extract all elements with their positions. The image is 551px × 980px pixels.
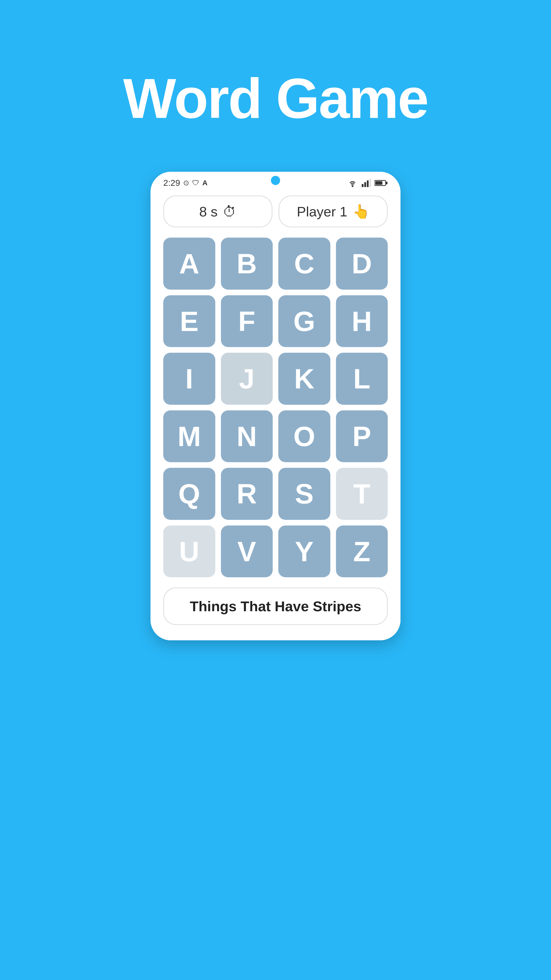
svg-rect-6: [386, 182, 387, 184]
svg-rect-7: [375, 181, 383, 185]
letter-btn-h[interactable]: H: [336, 295, 388, 347]
clock-icon: ⊙: [183, 179, 189, 187]
letter-btn-q[interactable]: Q: [163, 468, 215, 520]
signal-icon: [362, 179, 371, 187]
letter-btn-z[interactable]: Z: [336, 525, 388, 578]
player-label: Player 1: [297, 204, 347, 220]
letter-btn-t[interactable]: T: [336, 468, 388, 520]
prompt-text: Things That Have Stripes: [190, 598, 361, 614]
letter-btn-g[interactable]: G: [278, 295, 330, 347]
letter-btn-c[interactable]: C: [278, 238, 330, 290]
page-title: Word Game: [123, 66, 428, 131]
status-left: 2:29 ⊙ 🛡 A: [163, 178, 207, 188]
status-bar: 2:29 ⊙ 🛡 A: [151, 172, 400, 190]
letter-btn-r[interactable]: R: [221, 468, 273, 520]
letter-btn-d[interactable]: D: [336, 238, 388, 290]
timer-label: 8 s: [199, 204, 218, 220]
svg-point-0: [352, 186, 353, 187]
a-icon: A: [202, 179, 207, 187]
letter-btn-m[interactable]: M: [163, 410, 215, 463]
letters-grid: ABCDEFGHIJKLMNOPQRSTUVYZ: [163, 238, 388, 577]
letter-btn-j[interactable]: J: [221, 353, 273, 405]
letter-btn-i[interactable]: I: [163, 353, 215, 405]
letter-btn-v[interactable]: V: [221, 525, 273, 578]
battery-icon: [375, 180, 388, 186]
phone-content: 8 s ⏱ Player 1 👆 ABCDEFGHIJKLMNOPQRSTUVY…: [151, 190, 400, 640]
svg-rect-2: [364, 182, 366, 187]
letter-btn-p[interactable]: P: [336, 410, 388, 463]
timer-icon: ⏱: [223, 204, 237, 220]
letter-btn-o[interactable]: O: [278, 410, 330, 463]
top-bar: 8 s ⏱ Player 1 👆: [163, 196, 388, 228]
letter-btn-b[interactable]: B: [221, 238, 273, 290]
letter-btn-f[interactable]: F: [221, 295, 273, 347]
letter-btn-l[interactable]: L: [336, 353, 388, 405]
letter-btn-n[interactable]: N: [221, 410, 273, 463]
prompt-bar: Things That Have Stripes: [163, 587, 388, 625]
wifi-icon: [347, 178, 358, 188]
player-box: Player 1 👆: [279, 196, 388, 228]
letter-btn-y[interactable]: Y: [278, 525, 330, 578]
shield-icon: 🛡: [192, 179, 199, 187]
svg-rect-1: [362, 184, 364, 187]
letter-btn-u[interactable]: U: [163, 525, 215, 578]
letter-btn-e[interactable]: E: [163, 295, 215, 347]
time-display: 2:29: [163, 178, 180, 188]
status-right: [347, 178, 388, 188]
svg-rect-3: [367, 180, 368, 187]
letter-btn-a[interactable]: A: [163, 238, 215, 290]
camera-notch: [271, 176, 280, 185]
letter-btn-s[interactable]: S: [278, 468, 330, 520]
timer-box: 8 s ⏱: [163, 196, 272, 228]
svg-rect-4: [369, 179, 371, 187]
player-icon: 👆: [353, 204, 370, 220]
letter-btn-k[interactable]: K: [278, 353, 330, 405]
phone-frame: 2:29 ⊙ 🛡 A: [151, 172, 400, 640]
